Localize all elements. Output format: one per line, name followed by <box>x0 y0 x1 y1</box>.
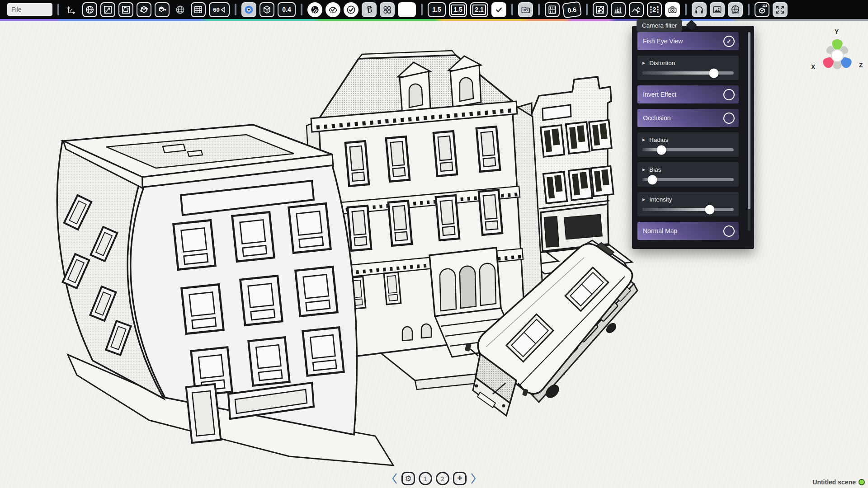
fov-button[interactable]: 60 <box>209 2 230 17</box>
slider-thumb[interactable] <box>705 205 715 214</box>
axes-origin-button[interactable] <box>64 2 79 17</box>
toolbar-separator <box>586 4 588 15</box>
axis-gizmo[interactable]: Y X Z <box>806 28 868 82</box>
audio-button[interactable] <box>692 2 707 17</box>
toggle-circle[interactable]: ✓ <box>723 113 735 124</box>
expand-triangle-icon[interactable]: ▶ <box>642 168 645 172</box>
crop-frame-button[interactable] <box>118 2 133 17</box>
panel-scrollbar-thumb[interactable] <box>748 32 750 209</box>
gear-icon: ⚙ <box>405 475 411 483</box>
check-circle-button[interactable] <box>344 2 359 17</box>
folder-3d-label: 3D <box>523 8 528 12</box>
row-label: Occlusion <box>643 114 670 122</box>
image-icon <box>712 5 722 15</box>
film-pass-label: 2 <box>653 6 656 13</box>
folder-3d-button[interactable]: 3D <box>518 2 533 17</box>
expand-triangle-icon[interactable]: ▶ <box>642 61 645 65</box>
expand-triangle-icon[interactable]: ▶ <box>642 198 645 202</box>
panel-row-radius: ▶Radius <box>637 132 739 157</box>
web-export-button[interactable]: www <box>728 2 743 17</box>
camera-filter-button[interactable] <box>665 2 680 17</box>
focus-target-button[interactable] <box>241 2 256 17</box>
toggle-circle[interactable]: ✓ <box>723 36 735 47</box>
expand-triangle-icon[interactable]: ▶ <box>642 138 645 142</box>
cube-rotate-button[interactable] <box>137 2 151 17</box>
page-1-button[interactable]: 1 <box>419 472 432 485</box>
panel-row-occlusion[interactable]: Occlusion ✓ <box>637 109 739 127</box>
globe-grid-button[interactable] <box>82 2 97 17</box>
curve-edit-button[interactable] <box>629 2 644 17</box>
spheres-group-button[interactable] <box>380 2 395 17</box>
panel-row-normal-map[interactable]: Normal Map ✓ <box>637 222 739 240</box>
histogram-button[interactable] <box>611 2 626 17</box>
blank-swatch-button[interactable] <box>398 2 416 17</box>
window-grid-button[interactable] <box>545 2 560 17</box>
grid-plane-button[interactable] <box>191 2 206 17</box>
next-page-button[interactable] <box>470 473 476 484</box>
intensity-slider[interactable] <box>642 208 734 211</box>
image-button[interactable] <box>710 2 725 17</box>
toolbar-separator <box>538 4 540 15</box>
scale-diagonal-icon <box>103 5 113 15</box>
row-label: Fish Eye View <box>643 38 683 45</box>
cube-hatched-icon <box>262 5 272 15</box>
file-menu-button[interactable]: File <box>7 3 52 16</box>
check-circle-icon <box>346 5 356 15</box>
panel-scrollbar[interactable] <box>748 32 750 231</box>
radius-slider[interactable] <box>642 148 734 151</box>
camera-icon <box>667 5 678 15</box>
bias-slider[interactable] <box>642 178 734 181</box>
checkbox-button[interactable] <box>491 2 506 17</box>
toggle-circle[interactable]: ✓ <box>723 225 735 237</box>
cube-hatched-button[interactable] <box>259 2 274 17</box>
check-dotted-button[interactable] <box>326 2 340 17</box>
sphere-shaded-icon <box>310 5 320 15</box>
panel-row-intensity: ▶Intensity <box>637 192 739 216</box>
globe-view-button[interactable] <box>173 2 188 17</box>
main-toolbar: File 60 0.4 1.5 1.5 2.1 3D 0.6 2 www 123 <box>0 0 868 19</box>
check-dotted-icon <box>328 5 338 15</box>
value-15b-button[interactable]: 1.5 <box>449 2 467 17</box>
prev-page-button[interactable] <box>392 473 398 484</box>
cube-rotate-icon <box>139 5 149 15</box>
value-21-button[interactable]: 2.1 <box>470 2 488 17</box>
cube-123-button[interactable]: 123 <box>755 2 769 17</box>
status-dot-icon[interactable] <box>859 479 865 485</box>
slider-thumb[interactable] <box>648 175 657 184</box>
halftone-pattern-button[interactable] <box>593 2 608 17</box>
www-label: www <box>732 11 739 14</box>
histogram-icon <box>613 5 623 15</box>
slider-thumb[interactable] <box>709 68 718 78</box>
cube-translate-button[interactable] <box>155 2 170 17</box>
file-menu-label: File <box>11 6 22 13</box>
panel-row-invert-effect[interactable]: Invert Effect ✓ <box>637 85 739 103</box>
settings-button[interactable]: ⚙ <box>401 472 415 485</box>
toolbar-separator <box>421 4 423 15</box>
row-label: Bias <box>649 166 661 173</box>
value-04-label: 0.4 <box>282 6 291 13</box>
crop-frame-icon <box>121 5 131 15</box>
slider-thumb[interactable] <box>657 145 666 155</box>
page-2-label: 2 <box>441 475 444 482</box>
toolbar-accent-stripe <box>0 19 868 21</box>
axis-x-label: X <box>811 63 816 70</box>
distortion-slider[interactable] <box>642 71 734 75</box>
value-15a-button[interactable]: 1.5 <box>428 2 446 17</box>
panel-row-fish-eye-view[interactable]: Fish Eye View ✓ <box>637 32 739 50</box>
value-04-button[interactable]: 0.4 <box>278 2 296 17</box>
check-icon <box>494 5 504 15</box>
sphere-shaded-button[interactable] <box>307 2 322 17</box>
scene-status: Untitled scene <box>812 479 865 486</box>
value-06-button[interactable]: 0.6 <box>562 1 582 18</box>
toggle-circle[interactable]: ✓ <box>723 89 735 100</box>
add-page-button[interactable]: + <box>453 472 467 485</box>
globe-icon <box>175 5 185 15</box>
scale-diagonal-button[interactable] <box>100 2 115 17</box>
prism-button[interactable] <box>362 2 377 17</box>
toolbar-separator <box>748 4 750 15</box>
film-pass-button[interactable]: 2 <box>647 2 662 17</box>
page-2-button[interactable]: 2 <box>436 472 449 485</box>
toolbar-separator <box>685 4 687 15</box>
fullscreen-button[interactable] <box>773 2 788 17</box>
axes-icon <box>66 5 77 15</box>
